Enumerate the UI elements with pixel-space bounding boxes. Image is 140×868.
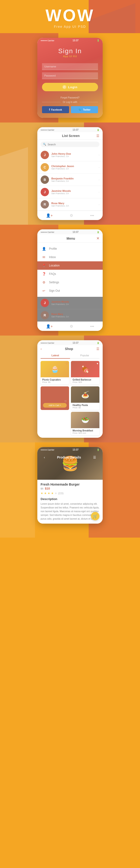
settings-icon-menu[interactable]: ⚙ (70, 324, 73, 329)
twitter-icon: 🐦 (78, 108, 82, 111)
shop-item-barbecue[interactable]: 🍖 ♥ Grilled Barbecue Price: $25 (71, 361, 100, 384)
shop-menu-icon[interactable]: ☰ (96, 347, 100, 351)
chevron-right-icon: › (99, 203, 100, 206)
tab-popular[interactable]: Popular (70, 352, 100, 358)
chevron-right-icon: › (99, 179, 100, 181)
settings-icon[interactable]: ⚙ (70, 213, 73, 218)
add-contact-icon[interactable]: 👤+ (46, 213, 53, 218)
shop-item-breakfast[interactable]: 🥗 ♡ Morning Breakfast Price: $25 $45 (71, 412, 100, 435)
description-title: Description (40, 497, 100, 501)
carrier-label-2: Carrier (47, 129, 54, 131)
status-bar-4: ●●●●● Carrier 13:37 🔋 (37, 340, 103, 345)
search-input[interactable] (48, 143, 97, 146)
menu-icon-sign out: ↩ (42, 289, 46, 292)
signin-heading: Sign In (37, 48, 103, 55)
shop-item-featured: ♡ Add to Cart + (40, 386, 69, 410)
chevron-right-icon: › (99, 166, 100, 169)
heart-icon-5[interactable]: ♡ (96, 413, 98, 416)
cart-fab-button[interactable]: 🛒 (91, 512, 100, 520)
facebook-login-button[interactable]: f Facebook (42, 106, 69, 113)
product-screen-title: Product Details (57, 456, 81, 459)
contact-location: San Francisco, CA (51, 205, 96, 207)
twitter-login-button[interactable]: 🐦 Twitter (71, 106, 98, 113)
shop-tabs: Latest Popular (40, 352, 100, 359)
stars-row: ★ ★ ★ ★ ★ (215) (40, 492, 100, 495)
product-menu-icon[interactable]: ☰ (93, 456, 96, 459)
contact-item[interactable]: R Rose Mary San Francisco, CA › (37, 198, 103, 211)
product-back-button[interactable]: ‹ (44, 456, 45, 459)
more-icon[interactable]: ••• (90, 214, 94, 218)
item-name-1: Picnic Cupcakes (42, 378, 67, 381)
menu-label-inbox: Inbox (49, 255, 56, 259)
hamburger-icon[interactable]: ☰ (96, 134, 100, 138)
contact-list: J John Henry Doe San Francisco, CA › C C… (37, 149, 103, 211)
menu-item-sign out[interactable]: ↩ Sign Out (37, 286, 103, 295)
contact-avatar: J (40, 151, 49, 159)
more-icon-menu[interactable]: ••• (90, 324, 94, 329)
menu-contact-name: Rose Mary (51, 313, 69, 315)
signin-form: ✓ Login (37, 59, 103, 94)
shop-item-cupcakes[interactable]: 🧁 ♡ Picnic Cupcakes Price: $5 (40, 361, 69, 384)
menu-item-location[interactable]: 📍 Location (37, 261, 103, 270)
screen-shop-phone: ●●●●● Carrier 13:37 🔋 ‹ Shop ☰ Latest Po… (37, 340, 103, 438)
menu-contact-item[interactable]: R Rose Mary San Francisco, CA (37, 309, 103, 321)
product-price-new: $10 (45, 487, 50, 490)
product-hero-image: 🍔 ●●●●● Carrier 13:37 🔋 (37, 447, 103, 480)
username-input[interactable] (42, 63, 98, 70)
close-menu-button[interactable]: ✕ (96, 236, 100, 241)
menu-title: Menu (45, 237, 96, 240)
contact-info: Christopher Jason San Francisco, CA (51, 165, 96, 170)
product-header-bar: ●●●●● Carrier 13:37 🔋 ‹ Product Details … (37, 447, 103, 461)
star-1: ★ (40, 492, 43, 495)
contact-info: John Henry Doe San Francisco, CA (51, 152, 96, 157)
battery-icon: 🔋 (97, 39, 100, 42)
signal-dots: ●●●●● (40, 39, 47, 42)
contact-info: Rose Mary San Francisco, CA (51, 202, 96, 207)
menu-label-settings: Settings (49, 281, 59, 284)
contact-item[interactable]: J John Henry Doe San Francisco, CA › (37, 149, 103, 161)
heart-icon-3[interactable]: ♡ (64, 400, 67, 403)
contact-item[interactable]: B Benjamin Franklin San Francisco, CA › (37, 174, 103, 186)
menu-icon-settings: ⚙ (42, 280, 46, 284)
add-contact-icon-menu[interactable]: 👤+ (46, 324, 53, 329)
forgot-password-link[interactable]: Forgot Password? (37, 96, 103, 99)
login-button[interactable]: ✓ Login (42, 83, 98, 91)
contact-location: San Francisco, CA (51, 155, 96, 157)
login-label: Login (68, 85, 78, 89)
heart-icon-4[interactable]: ♡ (96, 388, 98, 391)
menu-contact-avatar: R (40, 311, 49, 319)
product-price-old: $5 (40, 487, 44, 490)
chevron-right-icon: › (99, 154, 100, 156)
shop-title: Shop (42, 347, 96, 351)
product-price-row: $5 $10 (40, 487, 100, 490)
heart-icon-2[interactable]: ♥ (96, 362, 98, 365)
item-price-2: Price: $25 (73, 381, 98, 383)
contact-avatar: J (40, 188, 49, 196)
contact-item[interactable]: J Jasmine Woods San Francisco, CA › (37, 186, 103, 198)
menu-label-profile: Profile (49, 247, 57, 250)
menu-item-profile[interactable]: 👤 Profile (37, 245, 103, 253)
contact-item[interactable]: C Christopher Jason San Francisco, CA › (37, 161, 103, 174)
shop-item-pasta[interactable]: 🍝 ♡ Healthy Pasta Price: $5 (71, 386, 100, 410)
menu-item-settings[interactable]: ⚙ Settings (37, 278, 103, 286)
add-to-cart-button[interactable]: Add to Cart + (43, 403, 67, 408)
menu-contact-loc: San Francisco, CA (51, 303, 69, 305)
menu-contact-item[interactable]: J Jasmine Woods San Francisco, CA (37, 297, 103, 309)
menu-item-inbox[interactable]: ✉ Inbox (37, 253, 103, 261)
menu-item-faqs[interactable]: ❓ FAQs (37, 270, 103, 278)
tab-latest[interactable]: Latest (40, 352, 70, 359)
app-ui-kit-label: App UI Kit (37, 55, 103, 58)
menu-icon-faqs: ❓ (42, 272, 46, 276)
menu-contact-info: Rose Mary San Francisco, CA (51, 313, 69, 318)
heart-icon-1[interactable]: ♡ (65, 362, 68, 365)
contact-name: Christopher Jason (51, 165, 96, 167)
status-time-1: 13:37 (73, 39, 79, 42)
status-bar-3: ●●●●● Carrier 13:37 🔋 (37, 229, 103, 234)
menu-icon-inbox: ✉ (42, 255, 46, 259)
menu-label-location: Location (49, 264, 59, 267)
menu-label-faqs: FAQs (49, 272, 56, 276)
password-input[interactable] (42, 72, 98, 79)
contact-avatar: B (40, 176, 49, 184)
status-time-2: 13:37 (73, 129, 79, 131)
login-check-icon: ✓ (62, 85, 66, 89)
